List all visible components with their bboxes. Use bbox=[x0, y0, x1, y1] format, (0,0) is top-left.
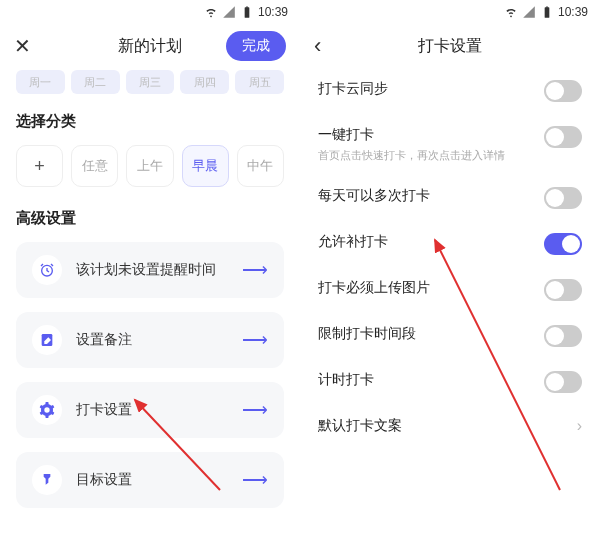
toggle-multi-checkin[interactable] bbox=[544, 187, 582, 209]
arrow-icon: ⟶ bbox=[242, 469, 268, 491]
day-chip[interactable]: 周二 bbox=[71, 70, 120, 94]
sublabel: 首页点击快速打卡，再次点击进入详情 bbox=[318, 148, 544, 163]
screen-new-plan: 10:39 ✕ 新的计划 完成 周一 周二 周三 周四 周五 选择分类 + 任意… bbox=[0, 0, 300, 534]
day-chip[interactable]: 周三 bbox=[126, 70, 175, 94]
row-one-tap[interactable]: 一键打卡 首页点击快速打卡，再次点击进入详情 bbox=[318, 114, 582, 175]
back-icon[interactable]: ‹ bbox=[314, 35, 321, 57]
battery-icon bbox=[240, 5, 254, 19]
left-content: 周一 周二 周三 周四 周五 选择分类 + 任意 上午 早晨 中午 高级设置 该… bbox=[0, 68, 300, 534]
row-cloud-sync[interactable]: 打卡云同步 bbox=[318, 68, 582, 114]
toggle-one-tap[interactable] bbox=[544, 126, 582, 148]
row-require-image[interactable]: 打卡必须上传图片 bbox=[318, 267, 582, 313]
header-left: ✕ 新的计划 完成 bbox=[0, 24, 300, 68]
page-title: 打卡设置 bbox=[418, 36, 482, 57]
done-button[interactable]: 完成 bbox=[226, 31, 286, 61]
toggle-limit-time[interactable] bbox=[544, 325, 582, 347]
reminder-label: 该计划未设置提醒时间 bbox=[76, 261, 242, 279]
header-right: ‹ 打卡设置 bbox=[300, 24, 600, 68]
label: 打卡必须上传图片 bbox=[318, 279, 544, 297]
arrow-icon: ⟶ bbox=[242, 259, 268, 281]
wifi-icon bbox=[504, 5, 518, 19]
day-chip[interactable]: 周四 bbox=[180, 70, 229, 94]
toggle-timer-checkin[interactable] bbox=[544, 371, 582, 393]
reminder-card[interactable]: 该计划未设置提醒时间 ⟶ bbox=[16, 242, 284, 298]
gear-icon bbox=[32, 395, 62, 425]
row-multi-checkin[interactable]: 每天可以多次打卡 bbox=[318, 175, 582, 221]
label: 默认打卡文案 bbox=[318, 417, 577, 435]
screen-checkin-settings: 10:39 ‹ 打卡设置 打卡云同步 一键打卡 首页点击快速打卡，再次点击进入详… bbox=[300, 0, 600, 534]
label: 限制打卡时间段 bbox=[318, 325, 544, 343]
category-row: + 任意 上午 早晨 中午 bbox=[16, 145, 284, 187]
category-any[interactable]: 任意 bbox=[71, 145, 118, 187]
category-noon[interactable]: 中午 bbox=[237, 145, 284, 187]
day-chip[interactable]: 周一 bbox=[16, 70, 65, 94]
label: 打卡云同步 bbox=[318, 80, 544, 98]
add-category-button[interactable]: + bbox=[16, 145, 63, 187]
status-time: 10:39 bbox=[258, 5, 288, 19]
toggle-require-image[interactable] bbox=[544, 279, 582, 301]
label: 一键打卡 bbox=[318, 126, 544, 144]
goal-card[interactable]: 目标设置 ⟶ bbox=[16, 452, 284, 508]
clock-icon bbox=[32, 255, 62, 285]
status-time: 10:39 bbox=[558, 5, 588, 19]
note-icon bbox=[32, 325, 62, 355]
label: 计时打卡 bbox=[318, 371, 544, 389]
day-chip[interactable]: 周五 bbox=[235, 70, 284, 94]
goal-icon bbox=[32, 465, 62, 495]
toggle-allow-makeup[interactable] bbox=[544, 233, 582, 255]
row-timer-checkin[interactable]: 计时打卡 bbox=[318, 359, 582, 405]
row-limit-time[interactable]: 限制打卡时间段 bbox=[318, 313, 582, 359]
advanced-section-title: 高级设置 bbox=[16, 209, 284, 228]
category-section-title: 选择分类 bbox=[16, 112, 284, 131]
checkin-settings-card[interactable]: 打卡设置 ⟶ bbox=[16, 382, 284, 438]
status-bar: 10:39 bbox=[300, 0, 600, 24]
right-content: 打卡云同步 一键打卡 首页点击快速打卡，再次点击进入详情 每天可以多次打卡 允许… bbox=[300, 68, 600, 534]
toggle-cloud-sync[interactable] bbox=[544, 80, 582, 102]
goal-label: 目标设置 bbox=[76, 471, 242, 489]
category-morning[interactable]: 上午 bbox=[126, 145, 173, 187]
label: 允许补打卡 bbox=[318, 233, 544, 251]
note-card[interactable]: 设置备注 ⟶ bbox=[16, 312, 284, 368]
chevron-right-icon: › bbox=[577, 417, 582, 435]
close-icon[interactable]: ✕ bbox=[14, 34, 31, 58]
arrow-icon: ⟶ bbox=[242, 399, 268, 421]
row-allow-makeup[interactable]: 允许补打卡 bbox=[318, 221, 582, 267]
battery-icon bbox=[540, 5, 554, 19]
note-label: 设置备注 bbox=[76, 331, 242, 349]
page-title: 新的计划 bbox=[118, 36, 182, 57]
signal-icon bbox=[522, 5, 536, 19]
signal-icon bbox=[222, 5, 236, 19]
status-bar: 10:39 bbox=[0, 0, 300, 24]
row-default-copy[interactable]: 默认打卡文案 › bbox=[318, 405, 582, 447]
day-chips-row: 周一 周二 周三 周四 周五 bbox=[16, 70, 284, 94]
checkin-label: 打卡设置 bbox=[76, 401, 242, 419]
arrow-icon: ⟶ bbox=[242, 329, 268, 351]
category-early-morning[interactable]: 早晨 bbox=[182, 145, 229, 187]
wifi-icon bbox=[204, 5, 218, 19]
label: 每天可以多次打卡 bbox=[318, 187, 544, 205]
